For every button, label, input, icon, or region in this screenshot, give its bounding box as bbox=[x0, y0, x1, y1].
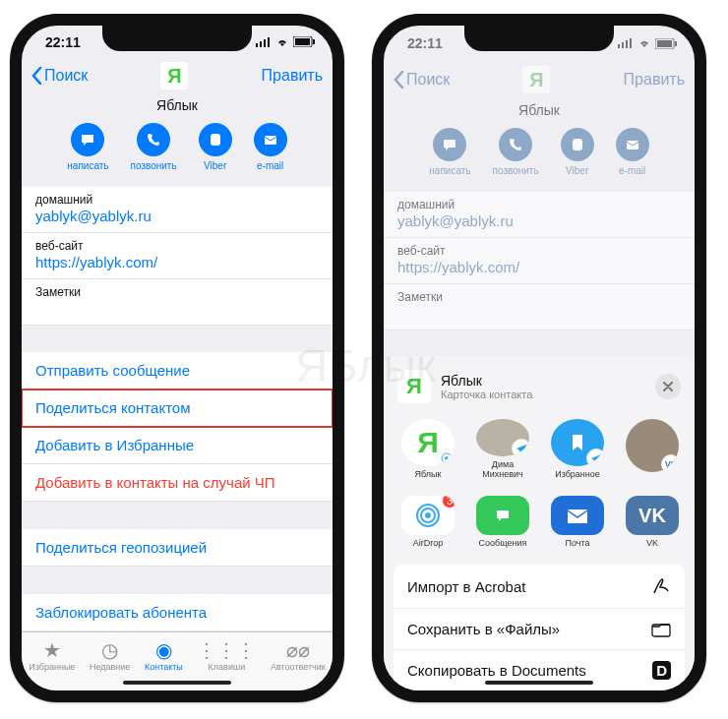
app-name: Почта bbox=[566, 539, 590, 549]
share-thumb: Я bbox=[397, 370, 431, 403]
battery-icon bbox=[293, 36, 315, 47]
action-label: e-mail bbox=[257, 160, 283, 171]
action-label: e-mail bbox=[619, 165, 645, 176]
contact-action-email[interactable]: e-mail bbox=[616, 128, 649, 176]
action-row[interactable]: Поделиться контактом bbox=[22, 389, 333, 427]
via-badge-icon bbox=[437, 449, 455, 466]
share-app-message[interactable]: Сообщения bbox=[472, 496, 533, 549]
field-key: домашний bbox=[397, 198, 681, 211]
back-button[interactable]: Поиск bbox=[394, 71, 450, 89]
via-badge-icon bbox=[586, 449, 604, 466]
action-row[interactable]: Поделиться геопозицией bbox=[22, 529, 333, 567]
home-indicator[interactable] bbox=[123, 681, 231, 685]
share-person[interactable]: Избранное bbox=[547, 419, 608, 480]
airdrop-icon: 3 bbox=[401, 496, 455, 535]
contact-field[interactable]: домашнийyablyk@yablyk.ru bbox=[22, 187, 333, 233]
tab-recents[interactable]: ◷Недавние bbox=[90, 638, 130, 672]
tab-contacts[interactable]: ◉Контакты bbox=[145, 638, 183, 672]
share-app-vk[interactable]: VKVK bbox=[622, 496, 683, 549]
app-name: Сообщения bbox=[479, 539, 527, 549]
status-icons bbox=[618, 38, 677, 49]
contact-action-message[interactable]: написать bbox=[429, 128, 470, 176]
via-badge-icon bbox=[512, 439, 529, 456]
share-app-mail[interactable]: Почта bbox=[547, 496, 608, 549]
contacts-icon: ◉ bbox=[155, 638, 172, 660]
action-label: Viber bbox=[566, 165, 588, 176]
status-time: 22:11 bbox=[407, 35, 443, 51]
tab-keypad[interactable]: ⋮⋮⋮Клавиши bbox=[197, 638, 256, 672]
email-icon bbox=[254, 123, 287, 156]
field-key: домашний bbox=[35, 193, 319, 207]
contact-field[interactable]: домашнийyablyk@yablyk.ru bbox=[384, 192, 695, 238]
share-app-airdrop[interactable]: 3AirDrop bbox=[397, 496, 458, 549]
action-row[interactable]: Добавить в Избранные bbox=[22, 427, 333, 464]
contact-field: Заметки bbox=[384, 284, 695, 330]
vk-icon: VK bbox=[626, 496, 679, 535]
svg-point-18 bbox=[445, 456, 449, 460]
badge: 3 bbox=[441, 496, 455, 509]
avatar bbox=[476, 419, 529, 456]
tab-voicemail[interactable]: ⌀⌀Автоответчик bbox=[271, 638, 326, 672]
share-person[interactable]: VK bbox=[622, 419, 683, 480]
close-button[interactable] bbox=[655, 374, 681, 399]
contact-action-viber[interactable]: Viber bbox=[561, 128, 594, 176]
viber-icon bbox=[561, 128, 594, 161]
recents-icon: ◷ bbox=[101, 638, 118, 660]
svg-rect-2 bbox=[264, 39, 266, 47]
contact-field: Заметки bbox=[22, 279, 333, 326]
phone-left: 22:11 Поиск Я Править Яблык написатьпозв… bbox=[10, 14, 344, 702]
wifi-icon bbox=[637, 38, 651, 48]
share-action[interactable]: Сохранить в «Файлы» bbox=[394, 609, 685, 650]
mail-icon bbox=[551, 496, 604, 535]
tab-fav[interactable]: ★Избранные bbox=[29, 638, 75, 672]
share-person[interactable]: ЯЯблык bbox=[397, 419, 458, 480]
field-value: https://yablyk.com/ bbox=[35, 254, 319, 270]
phone-right: 22:11 Поиск Я Править Яблык написатьпозв… bbox=[372, 14, 706, 702]
avatar: Я bbox=[401, 419, 455, 466]
app-name: AirDrop bbox=[413, 539, 444, 549]
contact-action-email[interactable]: e-mail bbox=[254, 123, 287, 171]
back-label: Поиск bbox=[44, 67, 88, 85]
svg-rect-15 bbox=[675, 41, 677, 46]
keypad-icon: ⋮⋮⋮ bbox=[197, 638, 256, 660]
avatar: VK bbox=[626, 419, 679, 472]
svg-rect-10 bbox=[622, 42, 624, 48]
action-row[interactable]: Заблокировать абонента bbox=[22, 594, 333, 631]
edit-button[interactable]: Править bbox=[624, 71, 685, 89]
edit-button[interactable]: Править bbox=[262, 67, 323, 85]
folder-icon bbox=[651, 622, 671, 637]
contact-action-call[interactable]: позвонить bbox=[131, 123, 177, 171]
share-action[interactable]: Импорт в Acrobat bbox=[394, 565, 685, 609]
contact-avatar: Я bbox=[160, 62, 188, 90]
svg-point-20 bbox=[425, 512, 431, 518]
action-row[interactable]: Добавить в контакты на случай ЧП bbox=[22, 464, 333, 502]
tab-label: Клавиши bbox=[209, 662, 246, 672]
svg-rect-7 bbox=[211, 134, 220, 146]
contact-name: Яблык bbox=[384, 98, 695, 128]
tab-label: Избранные bbox=[29, 662, 75, 672]
field-key: веб-сайт bbox=[35, 239, 319, 253]
fav-icon: ★ bbox=[43, 638, 61, 660]
person-name: Яблык bbox=[415, 470, 442, 480]
contact-action-call[interactable]: позвонить bbox=[493, 128, 539, 176]
contact-action-message[interactable]: написать bbox=[67, 123, 108, 171]
svg-rect-9 bbox=[618, 44, 620, 48]
contact-field[interactable]: веб-сайтhttps://yablyk.com/ bbox=[384, 238, 695, 284]
notch bbox=[102, 26, 252, 51]
svg-rect-14 bbox=[657, 40, 672, 47]
contact-action-viber[interactable]: Viber bbox=[199, 123, 232, 171]
home-indicator[interactable] bbox=[485, 681, 593, 685]
action-row[interactable]: Отправить сообщение bbox=[22, 352, 333, 389]
back-label: Поиск bbox=[406, 71, 450, 89]
call-icon bbox=[499, 128, 532, 161]
action-label: Скопировать в Documents bbox=[407, 662, 586, 679]
svg-rect-11 bbox=[626, 40, 628, 48]
action-label: написать bbox=[429, 165, 470, 176]
back-button[interactable]: Поиск bbox=[31, 67, 88, 85]
share-person[interactable]: Дима Михневич bbox=[472, 419, 533, 480]
svg-rect-1 bbox=[260, 41, 262, 47]
battery-icon bbox=[655, 38, 677, 49]
nav-bar: Поиск Я Править bbox=[384, 61, 695, 98]
contact-field[interactable]: веб-сайтhttps://yablyk.com/ bbox=[22, 233, 333, 279]
action-label: позвонить bbox=[493, 165, 539, 176]
